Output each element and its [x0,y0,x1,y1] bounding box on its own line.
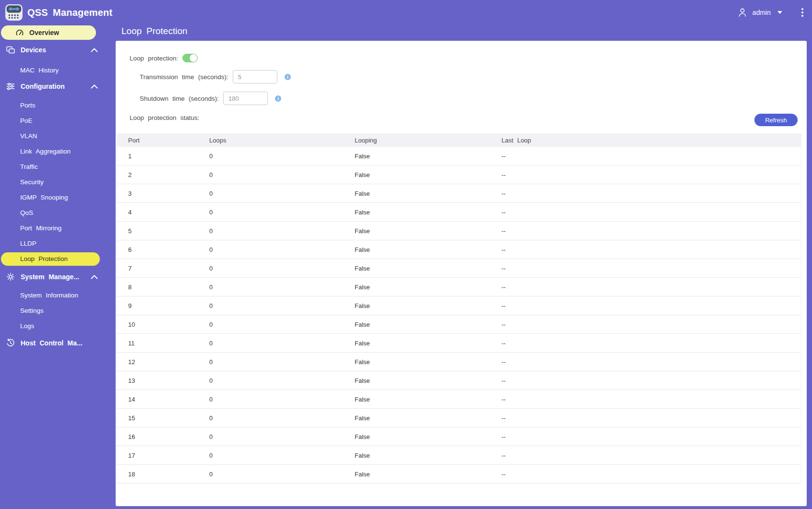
table-row: 60False-- [117,240,801,259]
table-cell: 0 [198,353,344,371]
sidebar-item-settings[interactable]: Settings [0,303,111,319]
sidebar-group-label: Host Control Ma... [21,339,83,347]
sidebar-item-poe[interactable]: PoE [0,113,111,129]
status-table-header-row: PortLoopsLoopingLast Loop [117,133,801,147]
page-title: Loop Protection [121,26,188,36]
table-row: 130False-- [117,371,801,390]
table-cell: -- [490,203,801,222]
sidebar-item-link-aggregation[interactable]: Link Aggregation [0,144,111,159]
refresh-button[interactable]: Refresh [754,114,798,126]
sidebar-item-loop-protection[interactable]: Loop Protection [1,252,100,266]
table-cell: 0 [198,240,344,259]
table-cell: 0 [198,296,344,315]
sidebar: Overview Devices MAC History Configurati… [0,25,111,351]
table-row: 40False-- [117,203,801,222]
devices-icon [6,45,15,55]
table-cell: False [344,166,490,184]
table-cell: False [344,371,490,390]
column-header-port: Port [117,133,198,147]
sidebar-item-host-control[interactable]: Host Control Ma... [0,335,111,351]
topbar: QSS Management admin [0,0,812,25]
sidebar-group-label: System Manage... [21,273,79,281]
toggle-knob [190,54,197,62]
app-root: QSS Management admin Overview [0,0,812,509]
table-cell: -- [490,353,801,371]
user-menu[interactable]: admin [737,7,782,18]
sidebar-configuration-items: PortsPoEVLANLink AggregationTrafficSecur… [0,98,111,266]
sidebar-item-igmp-snooping[interactable]: IGMP Snooping [0,190,111,205]
table-cell: 0 [198,427,344,446]
sidebar-item-label: Overview [29,29,59,36]
sidebar-item-security[interactable]: Security [0,175,111,190]
table-cell: 11 [117,334,198,353]
sidebar-item-mac-history[interactable]: MAC History [0,63,111,78]
table-row: 120False-- [117,353,801,371]
sidebar-item-port-mirroring[interactable]: Port Mirroring [0,221,111,236]
sidebar-item-vlan[interactable]: VLAN [0,129,111,144]
table-cell: False [344,222,490,240]
table-cell: 7 [117,259,198,278]
table-cell: False [344,240,490,259]
table-cell: -- [490,278,801,296]
status-table-wrap: PortLoopsLoopingLast Loop 10False--20Fal… [117,133,801,484]
table-cell: False [344,278,490,296]
table-row: 180False-- [117,465,801,484]
table-cell: -- [490,315,801,334]
table-cell: 16 [117,427,198,446]
chevron-up-icon [91,48,98,52]
table-cell: False [344,203,490,222]
table-cell: False [344,390,490,409]
column-header-loops: Loops [198,133,344,147]
sidebar-devices-items: MAC History [0,63,111,78]
table-cell: 9 [117,296,198,315]
sidebar-item-ports[interactable]: Ports [0,98,111,113]
shutdown-time-label: Shutdown time (seconds): [140,95,219,102]
table-cell: False [344,427,490,446]
shutdown-time-input[interactable] [223,92,268,105]
table-cell: -- [490,166,801,184]
table-cell: 0 [198,446,344,465]
transmission-time-label: Transmission time (seconds): [140,73,228,81]
table-cell: 4 [117,203,198,222]
table-cell: -- [490,465,801,484]
table-cell: 14 [117,390,198,409]
table-cell: 0 [198,278,344,296]
transmission-time-input[interactable] [233,70,277,83]
user-icon [737,7,748,18]
sidebar-item-lldp[interactable]: LLDP [0,236,111,251]
info-icon[interactable] [275,95,281,102]
table-cell: -- [490,334,801,353]
transmission-time-row: Transmission time (seconds): [140,70,291,83]
sidebar-item-logs[interactable]: Logs [0,319,111,334]
sidebar-group-configuration[interactable]: Configuration [0,78,111,95]
sidebar-item-overview[interactable]: Overview [1,25,96,40]
table-cell: False [344,353,490,371]
table-cell: 0 [198,147,344,166]
sliders-icon [6,82,15,91]
sidebar-system-items: System InformationSettingsLogs [0,288,111,334]
table-cell: 0 [198,259,344,278]
table-row: 20False-- [117,166,801,184]
gauge-icon [15,28,24,37]
sidebar-group-system-management[interactable]: System Manage... [0,269,111,285]
table-cell: -- [490,259,801,278]
table-cell: -- [490,222,801,240]
gear-icon [6,272,15,282]
sidebar-item-system-information[interactable]: System Information [0,288,111,303]
status-table-body: 10False--20False--30False--40False--50Fa… [117,147,801,484]
table-cell: -- [490,147,801,166]
sidebar-item-traffic[interactable]: Traffic [0,159,111,175]
table-row: 170False-- [117,446,801,465]
caret-down-icon [777,11,782,14]
info-icon[interactable] [285,74,291,80]
sidebar-group-devices[interactable]: Devices [0,42,111,58]
app-title: QSS Management [27,7,112,18]
chevron-up-icon [91,275,98,279]
table-cell: 0 [198,390,344,409]
table-cell: 0 [198,166,344,184]
table-cell: 0 [198,371,344,390]
kebab-menu-icon[interactable] [800,6,805,19]
loop-protection-toggle[interactable] [182,54,198,62]
sidebar-item-qos[interactable]: QoS [0,205,111,221]
table-cell: 6 [117,240,198,259]
